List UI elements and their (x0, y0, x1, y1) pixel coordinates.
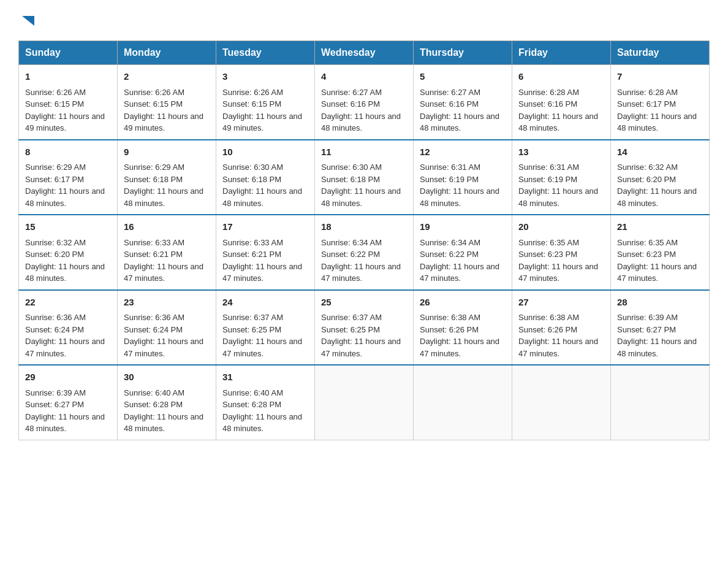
sunrise-text: Sunrise: 6:32 AM (25, 238, 86, 247)
sunrise-text: Sunrise: 6:34 AM (420, 238, 480, 247)
sunrise-text: Sunrise: 6:27 AM (420, 88, 480, 97)
sunset-text: Sunset: 6:17 PM (25, 175, 84, 184)
day-number: 3 (222, 70, 308, 84)
calendar-cell: 30Sunrise: 6:40 AMSunset: 6:28 PMDayligh… (118, 365, 216, 440)
sunset-text: Sunset: 6:27 PM (617, 325, 676, 334)
sunset-text: Sunset: 6:23 PM (518, 250, 577, 259)
sunrise-text: Sunrise: 6:26 AM (222, 88, 283, 97)
daylight-text: Daylight: 11 hours and 48 minutes. (321, 186, 401, 208)
calendar-cell: 21Sunrise: 6:35 AMSunset: 6:23 PMDayligh… (611, 215, 710, 290)
day-number: 28 (617, 296, 703, 310)
sunset-text: Sunset: 6:15 PM (124, 99, 183, 109)
daylight-text: Daylight: 11 hours and 47 minutes. (222, 337, 302, 358)
daylight-text: Daylight: 11 hours and 47 minutes. (124, 337, 203, 358)
day-number: 27 (518, 296, 604, 310)
calendar-week-row: 22Sunrise: 6:36 AMSunset: 6:24 PMDayligh… (19, 290, 710, 366)
sunset-text: Sunset: 6:25 PM (321, 325, 380, 334)
sunset-text: Sunset: 6:24 PM (124, 325, 183, 334)
sunrise-text: Sunrise: 6:29 AM (25, 163, 86, 172)
daylight-text: Daylight: 11 hours and 47 minutes. (617, 262, 697, 283)
sunset-text: Sunset: 6:24 PM (25, 325, 84, 334)
calendar-cell: 26Sunrise: 6:38 AMSunset: 6:26 PMDayligh… (414, 290, 512, 366)
sunset-text: Sunset: 6:23 PM (617, 250, 676, 259)
sunrise-text: Sunrise: 6:35 AM (617, 238, 678, 247)
sunset-text: Sunset: 6:22 PM (321, 250, 380, 259)
day-number: 1 (25, 70, 111, 84)
page-header (18, 12, 710, 29)
sunrise-text: Sunrise: 6:39 AM (617, 313, 678, 322)
daylight-text: Daylight: 11 hours and 47 minutes. (321, 337, 401, 358)
daylight-text: Daylight: 11 hours and 48 minutes. (124, 186, 203, 208)
svg-marker-0 (22, 16, 34, 26)
day-number: 18 (321, 220, 407, 234)
daylight-text: Daylight: 11 hours and 49 minutes. (25, 112, 105, 133)
daylight-text: Daylight: 11 hours and 49 minutes. (222, 112, 302, 133)
sunrise-text: Sunrise: 6:33 AM (124, 238, 184, 247)
daylight-text: Daylight: 11 hours and 48 minutes. (518, 186, 598, 208)
daylight-text: Daylight: 11 hours and 48 minutes. (222, 186, 302, 208)
calendar-week-row: 15Sunrise: 6:32 AMSunset: 6:20 PMDayligh… (19, 215, 710, 290)
sunrise-text: Sunrise: 6:27 AM (321, 88, 382, 97)
daylight-text: Daylight: 11 hours and 48 minutes. (617, 337, 697, 358)
day-number: 7 (617, 70, 703, 84)
day-number: 25 (321, 296, 407, 310)
daylight-text: Daylight: 11 hours and 48 minutes. (420, 112, 499, 133)
calendar-cell: 2Sunrise: 6:26 AMSunset: 6:15 PMDaylight… (118, 65, 216, 140)
daylight-text: Daylight: 11 hours and 48 minutes. (617, 112, 697, 133)
sunset-text: Sunset: 6:25 PM (222, 325, 281, 334)
sunrise-text: Sunrise: 6:35 AM (518, 238, 579, 247)
daylight-text: Daylight: 11 hours and 47 minutes. (518, 262, 598, 283)
day-number: 13 (518, 145, 604, 159)
calendar-cell: 13Sunrise: 6:31 AMSunset: 6:19 PMDayligh… (512, 140, 611, 215)
day-number: 31 (222, 370, 308, 385)
day-number: 26 (420, 296, 506, 310)
calendar-cell (414, 365, 512, 440)
day-number: 17 (222, 220, 308, 234)
day-header-thursday: Thursday (414, 41, 512, 65)
calendar-week-row: 29Sunrise: 6:39 AMSunset: 6:27 PMDayligh… (19, 365, 710, 440)
sunrise-text: Sunrise: 6:29 AM (124, 163, 184, 172)
sunrise-text: Sunrise: 6:37 AM (321, 313, 382, 322)
calendar-cell: 10Sunrise: 6:30 AMSunset: 6:18 PMDayligh… (216, 140, 315, 215)
calendar-cell: 27Sunrise: 6:38 AMSunset: 6:26 PMDayligh… (512, 290, 611, 366)
calendar-cell: 17Sunrise: 6:33 AMSunset: 6:21 PMDayligh… (216, 215, 315, 290)
day-number: 16 (124, 220, 210, 234)
day-number: 14 (617, 145, 703, 159)
sunrise-text: Sunrise: 6:38 AM (420, 313, 480, 322)
sunrise-text: Sunrise: 6:40 AM (222, 388, 283, 397)
day-number: 4 (321, 70, 407, 84)
sunset-text: Sunset: 6:15 PM (25, 99, 84, 109)
day-header-sunday: Sunday (19, 41, 118, 65)
calendar-cell: 14Sunrise: 6:32 AMSunset: 6:20 PMDayligh… (611, 140, 710, 215)
sunrise-text: Sunrise: 6:26 AM (124, 88, 184, 97)
calendar-week-row: 1Sunrise: 6:26 AMSunset: 6:15 PMDaylight… (19, 65, 710, 140)
calendar-cell: 5Sunrise: 6:27 AMSunset: 6:16 PMDaylight… (414, 65, 512, 140)
calendar-cell: 16Sunrise: 6:33 AMSunset: 6:21 PMDayligh… (118, 215, 216, 290)
calendar-cell: 23Sunrise: 6:36 AMSunset: 6:24 PMDayligh… (118, 290, 216, 366)
calendar-cell: 18Sunrise: 6:34 AMSunset: 6:22 PMDayligh… (315, 215, 414, 290)
day-number: 15 (25, 220, 111, 234)
sunset-text: Sunset: 6:15 PM (222, 99, 281, 109)
sunrise-text: Sunrise: 6:36 AM (124, 313, 184, 322)
sunrise-text: Sunrise: 6:31 AM (420, 163, 480, 172)
sunset-text: Sunset: 6:22 PM (420, 250, 479, 259)
sunset-text: Sunset: 6:19 PM (420, 175, 479, 184)
sunrise-text: Sunrise: 6:38 AM (518, 313, 579, 322)
calendar-cell: 25Sunrise: 6:37 AMSunset: 6:25 PMDayligh… (315, 290, 414, 366)
calendar-cell: 11Sunrise: 6:30 AMSunset: 6:18 PMDayligh… (315, 140, 414, 215)
daylight-text: Daylight: 11 hours and 48 minutes. (222, 412, 302, 434)
daylight-text: Daylight: 11 hours and 49 minutes. (124, 112, 203, 133)
calendar-cell (512, 365, 611, 440)
day-number: 24 (222, 296, 308, 310)
day-number: 11 (321, 145, 407, 159)
sunset-text: Sunset: 6:17 PM (617, 99, 676, 109)
day-header-friday: Friday (512, 41, 611, 65)
day-number: 6 (518, 70, 604, 84)
calendar-cell: 29Sunrise: 6:39 AMSunset: 6:27 PMDayligh… (19, 365, 118, 440)
calendar-cell: 7Sunrise: 6:28 AMSunset: 6:17 PMDaylight… (611, 65, 710, 140)
calendar-cell: 20Sunrise: 6:35 AMSunset: 6:23 PMDayligh… (512, 215, 611, 290)
sunset-text: Sunset: 6:16 PM (420, 99, 479, 109)
calendar-cell (611, 365, 710, 440)
daylight-text: Daylight: 11 hours and 47 minutes. (321, 262, 401, 283)
calendar-header-row: SundayMondayTuesdayWednesdayThursdayFrid… (19, 41, 710, 65)
